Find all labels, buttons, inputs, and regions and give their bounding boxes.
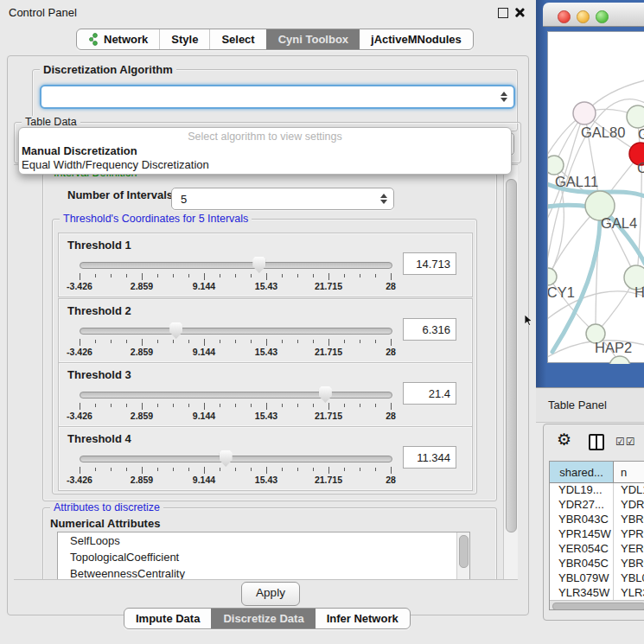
tick-mark bbox=[375, 274, 376, 277]
number-of-intervals-combobox[interactable]: 5 bbox=[171, 188, 394, 210]
float-panel-icon[interactable] bbox=[498, 8, 508, 18]
cell-name[interactable]: YDR2 bbox=[614, 498, 644, 513]
tick-mark bbox=[95, 274, 96, 277]
cell-shared-name[interactable]: YLR345W bbox=[550, 586, 614, 601]
tick-mark bbox=[266, 467, 267, 474]
attributes-group: Attributes to discretize Numerical Attri… bbox=[42, 507, 497, 580]
threshold-2-slider-track[interactable] bbox=[80, 328, 392, 335]
table-row[interactable]: YER054CYER0 bbox=[550, 542, 644, 557]
table-row[interactable]: YDL19...YDL1 bbox=[550, 483, 644, 498]
algorithm-combobox[interactable] bbox=[40, 85, 515, 109]
tab-style[interactable]: Style bbox=[159, 29, 209, 49]
cell-shared-name[interactable]: YBR043C bbox=[550, 513, 614, 527]
network-node[interactable] bbox=[609, 356, 630, 364]
table-row[interactable]: YBR043CYBR0 bbox=[550, 513, 644, 527]
tab-cyni-toolbox[interactable]: Cyni Toolbox bbox=[266, 29, 360, 49]
tab-select[interactable]: Select bbox=[209, 29, 265, 49]
table-row[interactable]: YBR045CYBR0 bbox=[550, 557, 644, 571]
table-row[interactable]: YBL079WYBL0 bbox=[550, 571, 644, 586]
tick-label: -3.426 bbox=[61, 475, 99, 485]
popup-option-equal-width-frequency-discretization[interactable]: Equal Width/Frequency Discretization bbox=[22, 158, 508, 172]
tick-mark bbox=[328, 403, 329, 410]
tick-mark bbox=[360, 468, 360, 471]
cell-name[interactable]: YPR1 bbox=[614, 527, 644, 542]
network-node-label: GAL4 bbox=[601, 215, 637, 231]
network-node[interactable] bbox=[573, 102, 596, 124]
network-node[interactable] bbox=[627, 105, 644, 128]
network-window: GAL80GCGAL11GAL4GCY1HHAP2 bbox=[536, 0, 644, 387]
cell-name[interactable]: YER0 bbox=[614, 542, 644, 557]
cell-name[interactable]: YBR0 bbox=[614, 557, 644, 571]
tick-label: 9.144 bbox=[185, 347, 223, 357]
tick-mark bbox=[95, 468, 96, 471]
attributes-scrollbar[interactable] bbox=[456, 532, 469, 580]
attribute-item-selfloops[interactable]: SelfLoops bbox=[58, 532, 469, 549]
threshold-1-value-field[interactable]: 14.713 bbox=[403, 252, 456, 275]
threshold-1-panel: Threshold 1-3.4262.8599.14415.4321.71528… bbox=[58, 233, 473, 297]
threshold-4-slider-thumb[interactable] bbox=[220, 450, 233, 467]
tick-mark bbox=[328, 467, 329, 474]
tick-mark bbox=[80, 467, 80, 474]
minimize-window-icon[interactable] bbox=[577, 10, 590, 23]
cell-shared-name[interactable]: YBL079W bbox=[550, 571, 614, 586]
scrollbar-thumb[interactable] bbox=[459, 535, 469, 568]
scrollbar-thumb[interactable] bbox=[506, 179, 517, 532]
network-node[interactable] bbox=[548, 268, 557, 285]
threshold-3-slider-thumb[interactable] bbox=[319, 386, 332, 403]
cell-shared-name[interactable]: YER054C bbox=[550, 542, 614, 557]
network-window-titlebar[interactable] bbox=[543, 3, 644, 27]
table-header-shared-name[interactable]: shared... bbox=[550, 462, 614, 482]
table-row[interactable]: YLR345WYLR3 bbox=[550, 586, 644, 601]
cell-shared-name[interactable]: YBR045C bbox=[550, 557, 614, 571]
threshold-1-slider-thumb[interactable] bbox=[252, 257, 265, 273]
tab-infer-network[interactable]: Infer Network bbox=[316, 609, 410, 628]
thresholds-group: Threshold's Coordinates for 5 Intervals … bbox=[52, 219, 477, 494]
tab-jactivemnodules[interactable]: jActiveMNodules bbox=[360, 29, 473, 49]
zoom-window-icon[interactable] bbox=[596, 10, 609, 23]
table-row[interactable]: YPR145WYPR1 bbox=[550, 527, 644, 542]
attribute-item-betweennesscentrality[interactable]: BetweennessCentrality bbox=[58, 565, 469, 580]
cell-name[interactable]: YBR0 bbox=[614, 513, 644, 527]
scrollbar-thumb[interactable] bbox=[552, 603, 644, 610]
select-columns-checkboxes-icon[interactable]: ☑☑ bbox=[615, 436, 636, 448]
table-row[interactable]: YDR27...YDR2 bbox=[550, 498, 644, 513]
threshold-3-value-field[interactable]: 21.4 bbox=[403, 382, 456, 405]
table-header-name[interactable]: n bbox=[614, 462, 644, 482]
cell-shared-name[interactable]: YPR145W bbox=[550, 527, 614, 542]
number-of-intervals-label: Number of Intervals bbox=[67, 188, 173, 201]
cell-shared-name[interactable]: YDR27... bbox=[550, 498, 614, 513]
tab-impute-data[interactable]: Impute Data bbox=[124, 609, 211, 628]
main-scrollbar[interactable] bbox=[503, 165, 518, 579]
tick-mark bbox=[95, 340, 96, 343]
threshold-4-slider-track[interactable] bbox=[80, 456, 392, 462]
tick-label: 21.715 bbox=[309, 475, 348, 485]
cell-name[interactable]: YDL1 bbox=[614, 483, 644, 498]
tick-mark bbox=[360, 274, 360, 277]
close-panel-icon[interactable] bbox=[514, 7, 525, 17]
close-window-icon[interactable] bbox=[558, 10, 571, 23]
numerical-attributes-list[interactable]: SelfLoopsTopologicalCoefficientBetweenne… bbox=[57, 532, 470, 580]
popup-option-manual-discretization[interactable]: Manual Discretization bbox=[22, 144, 508, 158]
threshold-4-value-field[interactable]: 11.344 bbox=[403, 446, 456, 469]
columns-icon[interactable] bbox=[589, 434, 604, 450]
attribute-item-topologicalcoefficient[interactable]: TopologicalCoefficient bbox=[58, 549, 469, 565]
tick-mark bbox=[313, 468, 314, 471]
threshold-2-value-field[interactable]: 6.316 bbox=[403, 318, 456, 341]
node-table: shared... n YDL19...YDL1YDR27...YDR2YBR0… bbox=[549, 461, 644, 610]
cell-name[interactable]: YLR3 bbox=[614, 586, 644, 601]
apply-button[interactable]: Apply bbox=[241, 582, 300, 606]
network-canvas[interactable]: GAL80GCGAL11GAL4GCY1HHAP2 bbox=[547, 31, 644, 363]
tick-mark bbox=[173, 274, 174, 277]
tab-discretize-data[interactable]: Discretize Data bbox=[211, 609, 315, 628]
gear-icon[interactable]: ⚙ bbox=[557, 431, 571, 449]
network-node[interactable] bbox=[548, 156, 564, 175]
threshold-1-slider-track[interactable] bbox=[80, 262, 392, 269]
cell-name[interactable]: YBL0 bbox=[614, 571, 644, 586]
threshold-2-slider-thumb[interactable] bbox=[169, 322, 182, 339]
tab-network[interactable]: Network bbox=[77, 29, 159, 49]
screen: Control Panel NetworkStyleSelectCyni Too… bbox=[0, 0, 644, 644]
tick-mark bbox=[328, 273, 329, 280]
table-hscrollbar[interactable] bbox=[550, 600, 644, 609]
cell-shared-name[interactable]: YDL19... bbox=[550, 483, 614, 498]
threshold-3-slider-track[interactable] bbox=[80, 392, 392, 399]
